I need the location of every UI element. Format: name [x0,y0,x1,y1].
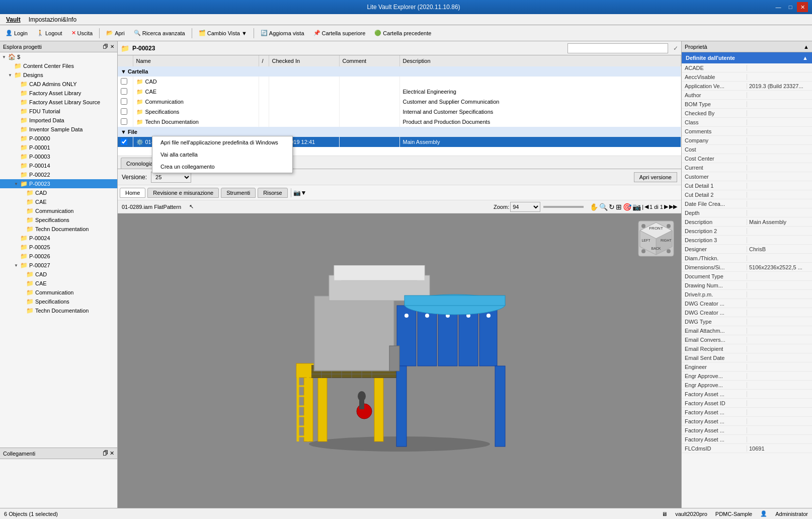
tree-node[interactable]: 📁Imported Data [0,116,117,125]
viewer-tab-strumenti[interactable]: Strumenti [221,188,256,198]
tool-camera[interactable]: 📷 [632,203,641,211]
tree-node[interactable]: ▼🏠$ [0,52,117,61]
uscita-btn[interactable]: ✕ Uscita [68,28,97,38]
close-btn[interactable]: ✕ [797,2,808,12]
props-expand-icon[interactable]: ▲ [803,44,809,50]
tree-node[interactable]: 📁P-00024 [0,234,117,243]
tree-node[interactable]: 📁Techn Documentation [0,225,117,234]
menu-vault[interactable]: Vault [2,15,25,24]
prop-name: Designer [682,246,747,252]
col-sort[interactable]: / [259,55,269,66]
col-description[interactable]: Description [399,55,681,66]
apri-btn[interactable]: 📂 Apri [103,28,128,38]
tree-node[interactable]: 📁P-00003 [0,152,117,161]
tree-label: Techn Documentation [35,308,89,314]
tree-node[interactable]: 📁Communication [0,288,117,297]
panel-close-icon[interactable]: ✕ [110,44,114,49]
tree-node[interactable]: 📁Factory Asset Library Source [0,98,117,107]
tree-node[interactable]: 📁CAE [0,197,117,206]
prop-name: Cut Detail 1 [682,183,747,189]
table-row[interactable]: 📁CAE Electrical Engineering [118,87,681,97]
cell-name: 📁CAE [133,87,259,97]
props-collapse-icon[interactable]: ▲ [802,55,808,61]
tree-node[interactable]: 📁CAD [0,270,117,279]
tree-node[interactable]: 📁P-00000 [0,134,117,143]
tree-node[interactable]: 📁FDU Tutorial [0,107,117,116]
login-btn[interactable]: 👤 Login [2,28,31,38]
tree-node[interactable]: ▼📁Designs [0,70,117,80]
uscita-icon: ✕ [71,30,76,36]
tree-node[interactable]: 📁P-00001 [0,143,117,152]
col-checked-in[interactable]: Checked In [269,55,339,66]
ctx-item-link[interactable]: Crea un collegamento [152,161,292,173]
cell-check [118,137,133,147]
nav-next[interactable]: ▶ [664,203,668,210]
tree-node[interactable]: 📁CAD [0,188,117,197]
tree-node[interactable]: 📁P-00025 [0,243,117,252]
apri-versione-btn[interactable]: Apri versione [634,172,677,182]
tree-node[interactable]: ▼📁P-00023 [0,179,117,188]
table-row[interactable]: 📁Specifications Internal and Customer Sp… [118,107,681,117]
cartella-precedente-btn[interactable]: 🟢 Cartella precedente [371,28,435,38]
prop-name: FLCdmsID [682,446,747,452]
prop-name: Email Sent Date [682,355,747,361]
svg-rect-3 [374,376,383,441]
tree-node[interactable]: 📁CAD Admins ONLY [0,80,117,89]
tool-zoom[interactable]: 🔍 [599,203,608,211]
ctx-item-open[interactable]: Apri file nell'applicazione predefinita … [152,136,292,149]
ricerca-btn[interactable]: 🔍 Ricerca avanzata [130,28,189,38]
address-check-icon[interactable]: ✓ [673,45,678,52]
tree-node[interactable]: 📁CAE [0,279,117,288]
prop-row: Cut Detail 2 [682,190,812,199]
table-row[interactable]: 📁Communication Customer and Supplier Com… [118,97,681,107]
col-name[interactable]: Name [133,55,259,66]
props-sub-title: Definite dall'utente [686,55,735,61]
col-comment[interactable]: Comment [339,55,399,66]
tree-node[interactable]: 📁Inventor Sample Data [0,125,117,134]
tree-node[interactable]: 📁Techn Documentation [0,306,117,315]
ctx-item-goto[interactable]: Vai alla cartella [152,149,292,161]
zoom-select[interactable]: 94 [510,202,540,212]
cell-name: 📁Specifications [133,107,259,117]
tree-label: P-00003 [29,154,50,160]
panel-pin-icon[interactable]: 🗍 [103,44,108,49]
viewer-extra-icon[interactable]: 📷▼ [293,189,307,196]
viewer-tab-risorse[interactable]: Risorse [258,188,287,198]
tool-fit[interactable]: ⊞ [616,203,622,211]
tool-pan[interactable]: ✋ [590,203,598,211]
tree-node[interactable]: 📁Communication [0,206,117,215]
tool-select[interactable]: 🎯 [623,203,631,211]
tree-node[interactable]: ▼📁P-00027 [0,261,117,270]
viewer-tab-home[interactable]: Home [120,188,145,198]
tree-node[interactable]: 📁P-00026 [0,252,117,261]
links-close-icon[interactable]: ✕ [110,450,114,456]
cambio-vista-btn[interactable]: 🗂️ Cambio Vista ▼ [195,28,251,38]
aggiorna-btn[interactable]: 🔄 Aggiorna vista [257,28,308,38]
viewer-canvas[interactable]: FRONT RIGHT LEFT BACK [118,213,681,508]
nav-prev[interactable]: ◀ [644,203,648,210]
minimize-btn[interactable]: — [773,2,784,12]
tree-node[interactable]: 📁P-00022 [0,170,117,179]
tool-rotate[interactable]: ↻ [609,203,615,211]
tree-container[interactable]: ▼🏠$📁Content Center Files▼📁Designs📁CAD Ad… [0,52,117,448]
window-controls[interactable]: — □ ✕ [773,2,808,12]
menu-settings[interactable]: Impostazioni&Info [25,15,80,24]
navcube[interactable]: FRONT RIGHT LEFT BACK [636,218,676,259]
prop-name: Drive/r.p.m. [682,291,747,298]
tree-node[interactable]: 📁Factory Asset Library [0,89,117,98]
cartella-superiore-btn[interactable]: 📌 Cartella superiore [310,28,369,38]
viewer-tab-revisione[interactable]: Revisione e misurazione [147,188,219,198]
tree-node[interactable]: 📁Specifications [0,297,117,306]
table-row[interactable]: 📁CAD [118,77,681,87]
table-row[interactable]: 📁Techn Documentation Product and Product… [118,117,681,127]
prop-name: Factory Asset ID [682,400,747,406]
nav-last[interactable]: ▶▶ [669,203,677,210]
links-pin-icon[interactable]: 🗍 [103,450,108,456]
tree-node[interactable]: 📁P-00014 [0,161,117,170]
maximize-btn[interactable]: □ [785,2,796,12]
logout-btn[interactable]: 🚶 Logout [33,28,66,38]
tree-node[interactable]: 📁Specifications [0,215,117,225]
tree-node[interactable]: 📁Content Center Files [0,61,117,70]
address-input[interactable] [567,43,668,53]
prop-name: AeccVisable [682,74,747,80]
